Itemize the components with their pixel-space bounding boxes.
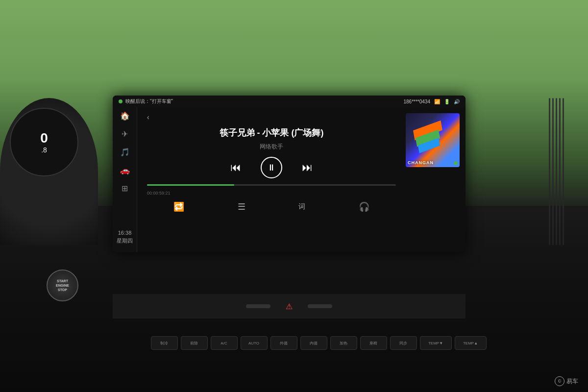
- gauge-cluster: 0 .8: [0, 98, 98, 245]
- album-art-image: CHANGAN: [406, 113, 460, 167]
- screen-display: 映醒后说："打开车窗" 186****0434 📶 🔋 🔊 🏠 ✈ 🎵 🚗 ⊞ …: [113, 96, 466, 252]
- clock-time: 16:38: [117, 229, 133, 237]
- phone-number: 186****0434: [404, 99, 431, 104]
- ac-control-heat[interactable]: 加热: [330, 336, 357, 350]
- sidebar-nav-icon[interactable]: ✈: [122, 129, 128, 139]
- voice-active-dot: [119, 99, 122, 103]
- prev-button[interactable]: ⏮: [230, 162, 241, 173]
- speed-decimal: .8: [41, 146, 47, 154]
- speedometer: 0 .8: [10, 108, 78, 176]
- song-artist: 网络歌手: [147, 143, 396, 151]
- audio-mode-button[interactable]: 🎧: [359, 201, 369, 212]
- volume-icon: 🔊: [454, 99, 460, 104]
- ac-control-sync[interactable]: 同步: [390, 336, 417, 350]
- watermark-symbol: ©: [558, 379, 562, 384]
- vent-line-3: [556, 98, 557, 245]
- vent-line-1: [549, 98, 550, 245]
- signal-icon: 📶: [434, 99, 440, 104]
- vent-slot-2: [308, 304, 332, 308]
- progress-time: 00:00:59:21: [147, 191, 396, 196]
- back-button[interactable]: ‹: [147, 113, 396, 121]
- start-stop-label: STARTENGINESTOP: [56, 279, 69, 292]
- album-indicator-dot: [454, 161, 458, 165]
- watermark-logo: ©: [555, 376, 564, 386]
- vent-line-2: [552, 98, 554, 245]
- hazard-button[interactable]: ⚠: [274, 298, 304, 315]
- speed-value: 0: [40, 130, 48, 146]
- battery-icon: 🔋: [444, 99, 450, 104]
- ac-controls-row: 制冷 前除 A/C AUTO 外循 内循 加热 座椅 同步 TEMP▼ TEMP…: [74, 333, 564, 353]
- next-button[interactable]: ⏭: [302, 162, 313, 173]
- ac-control-auto[interactable]: AUTO: [241, 336, 268, 350]
- ac-control-outside[interactable]: 外循: [270, 336, 297, 350]
- lyrics-button[interactable]: 词: [298, 202, 305, 211]
- topbar-left: 映醒后说："打开车窗": [119, 98, 173, 105]
- vent-slot-1: [246, 304, 270, 308]
- hazard-icon: ⚠: [286, 302, 293, 311]
- ac-control-front-defrost[interactable]: 前除: [181, 336, 208, 350]
- repeat-button[interactable]: 🔁: [173, 201, 184, 212]
- sidebar-apps-icon[interactable]: ⊞: [122, 184, 128, 193]
- ac-control-seat[interactable]: 座椅: [360, 336, 387, 350]
- screen-topbar: 映醒后说："打开车窗" 186****0434 📶 🔋 🔊: [113, 96, 466, 107]
- air-vent-area: ⚠: [113, 294, 466, 318]
- music-bottom-controls: 🔁 ☰ 词 🎧: [147, 201, 396, 212]
- ac-control-temp-down[interactable]: TEMP▼: [420, 336, 452, 350]
- sidebar-clock: 16:38 星期四: [117, 229, 133, 248]
- start-stop-button[interactable]: STARTENGINESTOP: [47, 270, 78, 301]
- song-title: 筷子兄弟 - 小苹果 (广场舞): [147, 127, 396, 139]
- current-time: 00:00:59:21: [147, 191, 171, 196]
- watermark: © 易车: [555, 376, 578, 386]
- progress-fill: [147, 184, 234, 186]
- ac-control-inside[interactable]: 内循: [300, 336, 327, 350]
- vent-line-5: [563, 98, 564, 245]
- voice-prompt-text: 映醒后说："打开车窗": [125, 98, 173, 105]
- ac-control-recool[interactable]: 制冷: [151, 336, 178, 350]
- album-brand-logo: CHANGAN: [408, 160, 434, 165]
- sidebar-vehicle-icon[interactable]: 🚗: [120, 166, 130, 175]
- screen-sidebar: 🏠 ✈ 🎵 🚗 ⊞ 16:38 星期四: [113, 107, 137, 252]
- music-player: ‹ 筷子兄弟 - 小苹果 (广场舞) 网络歌手 ⏮ ⏸ ⏭ 00:00:59:2…: [137, 107, 406, 252]
- clock-day: 星期四: [117, 237, 133, 245]
- progress-bar[interactable]: [147, 184, 396, 186]
- sidebar-music-icon[interactable]: 🎵: [120, 147, 130, 157]
- right-vent-decoration: [549, 98, 568, 245]
- topbar-right: 186****0434 📶 🔋 🔊: [404, 99, 460, 104]
- album-art: CHANGAN: [406, 113, 460, 167]
- watermark-brand: 易车: [566, 377, 578, 386]
- sidebar-home-icon[interactable]: 🏠: [120, 111, 130, 121]
- play-pause-button[interactable]: ⏸: [261, 157, 282, 178]
- playback-controls: ⏮ ⏸ ⏭: [147, 157, 396, 178]
- infotainment-screen: 映醒后说："打开车窗" 186****0434 📶 🔋 🔊 🏠 ✈ 🎵 🚗 ⊞ …: [113, 96, 466, 252]
- ac-control-ac[interactable]: A/C: [211, 336, 238, 350]
- ac-control-temp-up[interactable]: TEMP▲: [455, 336, 487, 350]
- screen-content: 🏠 ✈ 🎵 🚗 ⊞ 16:38 星期四 ‹ 筷子兄弟 - 小苹果 (广场舞) 网…: [113, 107, 466, 252]
- playlist-button[interactable]: ☰: [238, 201, 245, 212]
- vent-line-4: [559, 98, 561, 245]
